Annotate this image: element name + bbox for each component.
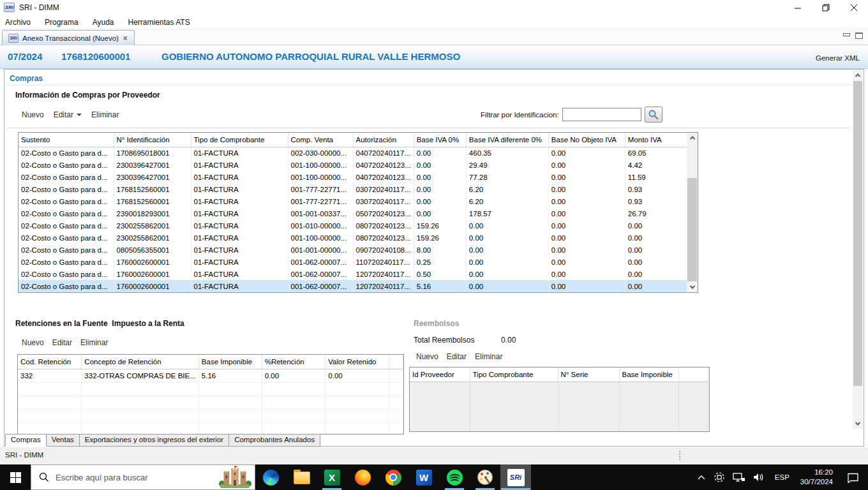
taskbar-file-explorer[interactable]	[286, 464, 317, 490]
taskbar-word[interactable]: W	[408, 464, 439, 490]
column-header[interactable]: N° Identificación	[114, 133, 191, 147]
tab-compras[interactable]: Compras	[5, 434, 47, 447]
close-button[interactable]	[840, 0, 868, 15]
tab-ventas[interactable]: Ventas	[47, 434, 80, 447]
table-row[interactable]: 332332-OTRAS COMPRAS DE BIE...5.160.000.…	[18, 369, 403, 382]
tray-notification-icon[interactable]	[838, 464, 868, 490]
column-header[interactable]: Base Imponible	[198, 355, 262, 369]
compras-nuevo-button[interactable]: Nuevo	[22, 110, 44, 119]
reembolsos-nuevo-button[interactable]: Nuevo	[416, 352, 438, 361]
tray-chevron-up-icon[interactable]	[693, 464, 710, 490]
reembolsos-eliminar-button[interactable]: Eliminar	[475, 352, 502, 361]
menu-ayuda[interactable]: Ayuda	[93, 17, 121, 28]
table-row[interactable]: 02-Costo o Gasto para d...23002558620010…	[19, 219, 689, 232]
retenciones-eliminar-button[interactable]: Eliminar	[80, 338, 108, 347]
menu-programa[interactable]: Programa	[45, 17, 85, 28]
table-row[interactable]: 02-Costo o Gasto para d...23900182930010…	[19, 207, 689, 219]
main-scrollbar[interactable]	[853, 70, 863, 429]
column-header[interactable]: Tipo Comprobante	[470, 368, 558, 382]
scrollbar-thumb[interactable]	[687, 178, 697, 281]
filter-search-button[interactable]	[645, 107, 662, 122]
minimize-pane-icon[interactable]	[842, 33, 850, 39]
windows-logo-icon	[10, 472, 21, 483]
generar-xml-button[interactable]: Generar XML	[816, 54, 860, 62]
column-header[interactable]: Autorización	[353, 133, 414, 147]
taskbar-edge[interactable]	[255, 464, 286, 490]
retenciones-table[interactable]: Cod. RetenciónConcepto de RetenciónBase …	[18, 355, 403, 434]
table-row[interactable]: 02-Costo o Gasto para d...23003964270010…	[19, 159, 689, 171]
filter-identification-input[interactable]	[562, 108, 641, 121]
column-header[interactable]: Sustento	[19, 133, 114, 147]
column-header[interactable]: Base IVA diferente 0%	[466, 133, 548, 147]
castle-illustration[interactable]	[216, 465, 253, 489]
retenciones-nuevo-button[interactable]: Nuevo	[22, 338, 44, 347]
table-row[interactable]: 02-Costo o Gasto para d...17681525600010…	[19, 195, 689, 207]
statusbar-grip[interactable]	[679, 451, 680, 452]
restore-button[interactable]	[812, 0, 840, 15]
start-button[interactable]	[0, 464, 31, 490]
reembolsos-editar-button[interactable]: Editar	[447, 352, 467, 361]
retenciones-editar-button[interactable]: Editar	[52, 338, 72, 347]
column-header[interactable]: Concepto de Retención	[82, 355, 198, 369]
tray-capture-icon[interactable]	[710, 464, 729, 490]
table-row[interactable]: 02-Costo o Gasto para d...17600026000010…	[19, 268, 689, 280]
table-row[interactable]: 02-Costo o Gasto para d...17600026000010…	[19, 256, 689, 268]
word-icon: W	[416, 470, 432, 486]
column-header[interactable]: Monto IVA	[625, 133, 689, 147]
table-row[interactable]: 02-Costo o Gasto para d...17600026000010…	[19, 280, 689, 292]
minimize-button[interactable]	[784, 0, 812, 15]
scroll-down-icon[interactable]	[855, 420, 860, 425]
status-bar: SRI - DIMM	[0, 447, 868, 464]
column-header[interactable]: Id Proveedor	[410, 368, 470, 382]
taskbar-paint[interactable]	[470, 464, 500, 490]
column-header[interactable]: %Retención	[262, 355, 326, 369]
ruc-label: 1768120600001	[61, 51, 130, 62]
scroll-up-icon[interactable]	[855, 73, 860, 78]
compras-table[interactable]: SustentoN° IdentificaciónTipo de Comprob…	[19, 133, 690, 292]
column-header[interactable]	[678, 368, 708, 382]
tab-exportaciones[interactable]: Exportaciones y otros ingresos del exter…	[80, 434, 229, 447]
scroll-up-icon[interactable]	[689, 136, 694, 141]
menu-bar: Archivo Programa Ayuda Herramientas ATS	[0, 15, 868, 29]
window-title: SRI - DIMM	[19, 3, 59, 12]
tray-language[interactable]: ESP	[769, 464, 795, 490]
column-header[interactable]: Tipo de Comprobante	[191, 133, 288, 147]
table-row[interactable]: 02-Costo o Gasto para d...23003964270010…	[19, 171, 689, 183]
windows-taskbar: Escribe aquí para buscar X W SRi	[0, 464, 868, 490]
scrollbar-thumb[interactable]	[853, 81, 862, 386]
column-header[interactable]: N° Serie	[558, 368, 619, 382]
column-header[interactable]: Base IVA 0%	[414, 133, 466, 147]
reembolsos-table[interactable]: Id ProveedorTipo ComprobanteN° SerieBase…	[410, 368, 708, 431]
table-row[interactable]: 02-Costo o Gasto para d...23002558620010…	[19, 232, 689, 244]
column-header[interactable]	[389, 355, 403, 369]
column-header[interactable]: Base No Objeto IVA	[548, 133, 625, 147]
column-header[interactable]: Base Imponible	[619, 368, 678, 382]
tray-clock[interactable]: 16:20 30/7/2024	[795, 464, 838, 490]
tab-close-icon[interactable]: ×	[123, 34, 128, 43]
compras-table-scrollbar[interactable]	[687, 133, 698, 292]
tab-anexo-transaccional[interactable]: SRi Anexo Transaccional (Nuevo) ×	[2, 30, 135, 45]
taskbar-search-input[interactable]: Escribe aquí para buscar	[31, 464, 255, 490]
column-header[interactable]: Comp. Venta	[288, 133, 353, 147]
compras-eliminar-button[interactable]: Eliminar	[91, 110, 119, 119]
table-row[interactable]: 02-Costo o Gasto para d...17086950180010…	[19, 147, 689, 159]
retenciones-table-frame: Cod. RetenciónConcepto de RetenciónBase …	[17, 354, 404, 434]
table-row[interactable]: 02-Costo o Gasto para d...08050563550010…	[19, 244, 689, 256]
menu-herramientas-ats[interactable]: Herramientas ATS	[128, 17, 197, 28]
taskbar-firefox[interactable]	[347, 464, 378, 490]
tray-network-icon[interactable]	[729, 464, 749, 490]
tray-volume-icon[interactable]	[749, 464, 769, 490]
scroll-down-icon[interactable]	[689, 283, 694, 288]
column-header[interactable]: Valor Retenido	[326, 355, 389, 369]
maximize-pane-icon[interactable]	[855, 33, 863, 39]
taskbar-excel[interactable]: X	[317, 464, 347, 490]
tab-comprobantes-anulados[interactable]: Comprobantes Anulados	[229, 434, 320, 447]
chevron-down-icon[interactable]	[77, 114, 82, 116]
compras-editar-button[interactable]: Editar	[54, 110, 82, 119]
taskbar-sri-dimm[interactable]: SRi	[500, 464, 531, 490]
taskbar-spotify[interactable]	[439, 464, 470, 490]
taskbar-chrome[interactable]	[378, 464, 408, 490]
table-row[interactable]: 02-Costo o Gasto para d...17681525600010…	[19, 183, 689, 195]
menu-archivo[interactable]: Archivo	[5, 17, 37, 28]
column-header[interactable]: Cod. Retención	[18, 355, 82, 369]
